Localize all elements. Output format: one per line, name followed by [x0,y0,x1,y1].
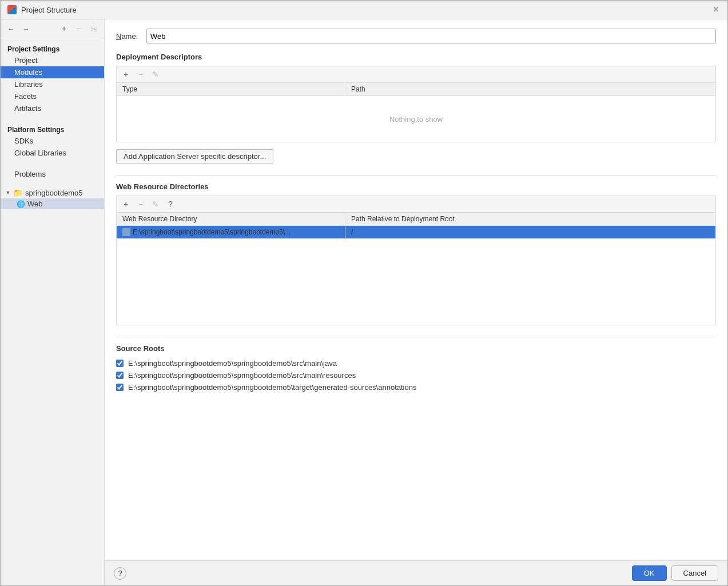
tree-child-label: Web [27,200,43,208]
bottom-right: OK Cancel [632,565,718,581]
source-roots-title: Source Roots [116,344,716,353]
nav-back-button[interactable]: ← [5,23,17,34]
sidebar-item-project[interactable]: Project [1,54,104,66]
project-structure-dialog: Project Structure × ← → + − ⎘ Project Se… [0,0,728,586]
source-roots-section: Source Roots E:\springboot\springbootdem… [116,344,716,393]
close-button[interactable]: × [711,5,721,14]
sidebar-item-facets[interactable]: Facets [1,90,104,102]
help-button[interactable]: ? [114,567,126,580]
wr-path-cell: / [345,226,715,238]
tree-child-web[interactable]: 🌐 Web [1,198,104,209]
wr-remove-button[interactable]: − [135,198,146,210]
source-root-label-1: E:\springboot\springbootdemo5\springboot… [128,371,356,380]
section-divider-2 [116,337,716,337]
wr-toolbar: + − ✎ ? [116,196,716,212]
problems-section: Problems [1,164,104,185]
main-content: ← → + − ⎘ Project Settings Project Modul… [1,19,727,585]
app-icon [7,5,17,14]
wr-col1-header: Web Resource Directory [117,213,345,225]
dd-type-header: Type [117,83,345,95]
sidebar-item-global-libraries[interactable]: Global Libraries [1,147,104,159]
dd-edit-button[interactable]: ✎ [150,69,161,80]
remove-item-button[interactable]: − [73,23,85,34]
folder-cell-icon [122,228,130,236]
web-resource-title: Web Resource Directories [116,182,716,191]
dd-table: Type Path Nothing to show [116,82,716,142]
add-server-descriptor-button[interactable]: Add Application Server specific descript… [116,149,273,164]
name-input[interactable] [146,29,716,43]
source-root-row-2: E:\springboot\springbootdemo5\springboot… [116,381,716,393]
tree-root-label: springbootdemo5 [25,189,82,197]
deployment-descriptors-section: Deployment Descriptors + − ✎ Type Path N… [116,53,716,164]
title-bar: Project Structure × [1,1,727,19]
wr-table: Web Resource Directory Path Relative to … [116,212,716,325]
sidebar-item-sdks[interactable]: SDKs [1,135,104,147]
source-root-checkbox-0[interactable] [116,360,124,367]
sidebar-item-problems[interactable]: Problems [1,168,104,180]
tree-arrow-icon: ▼ [5,190,11,196]
dd-add-button[interactable]: + [120,69,132,80]
sidebar-item-artifacts[interactable]: Artifacts [1,102,104,114]
dd-remove-button[interactable]: − [135,69,146,80]
source-root-row-0: E:\springboot\springbootdemo5\springboot… [116,357,716,369]
cancel-button[interactable]: Cancel [671,565,718,581]
dialog-title: Project Structure [21,6,77,14]
deployment-descriptors-title: Deployment Descriptors [116,53,716,61]
sidebar-item-libraries[interactable]: Libraries [1,78,104,90]
wr-table-row[interactable]: E:\springboot\springbootdemo5\springboot… [117,226,715,239]
wr-directory-cell: E:\springboot\springbootdemo5\springboot… [117,226,345,238]
dd-table-header: Type Path [117,83,715,96]
right-content: Name: Deployment Descriptors + − ✎ Type … [105,19,727,560]
wr-table-header: Web Resource Directory Path Relative to … [117,213,715,226]
wr-edit-button[interactable]: ✎ [150,198,161,210]
wr-col2-header: Path Relative to Deployment Root [345,213,715,225]
folder-icon: 📁 [13,188,23,197]
source-root-label-0: E:\springboot\springbootdemo5\springboot… [128,359,337,368]
project-settings-header: Project Settings [1,43,104,54]
web-module-icon: 🌐 [17,200,25,208]
section-divider-1 [116,175,716,176]
dd-empty-message: Nothing to show [117,96,715,142]
bottom-left: ? [114,567,126,580]
right-panel: Name: Deployment Descriptors + − ✎ Type … [105,19,727,585]
name-label: Name: [116,32,142,41]
project-settings-section: Project Settings Project Modules Librari… [1,38,104,119]
web-resource-section: Web Resource Directories + − ✎ ? Web Res… [116,182,716,325]
wr-add-button[interactable]: + [120,198,132,210]
dd-path-header: Path [345,83,715,95]
platform-settings-header: Platform Settings [1,123,104,135]
sidebar-toolbar: ← → + − ⎘ [1,19,104,38]
platform-settings-section: Platform Settings SDKs Global Libraries [1,119,104,164]
nav-forward-button[interactable]: → [20,23,31,34]
add-item-button[interactable]: + [58,23,70,34]
tree-root-node[interactable]: ▼ 📁 springbootdemo5 [1,187,104,198]
dd-toolbar: + − ✎ [116,66,716,82]
wr-table-body-empty [117,239,715,325]
bottom-bar: ? OK Cancel [105,560,727,585]
source-root-checkbox-1[interactable] [116,372,124,379]
source-root-checkbox-2[interactable] [116,384,124,391]
sidebar-item-modules[interactable]: Modules [1,66,104,78]
title-bar-left: Project Structure [7,5,77,14]
source-root-label-2: E:\springboot\springbootdemo5\springboot… [128,383,416,392]
sidebar: ← → + − ⎘ Project Settings Project Modul… [1,19,105,585]
wr-help-button[interactable]: ? [165,198,176,210]
copy-item-button[interactable]: ⎘ [88,23,100,34]
source-root-row-1: E:\springboot\springbootdemo5\springboot… [116,369,716,381]
module-tree: ▼ 📁 springbootdemo5 🌐 Web [1,185,104,212]
ok-button[interactable]: OK [632,565,667,581]
name-row: Name: [116,29,716,43]
